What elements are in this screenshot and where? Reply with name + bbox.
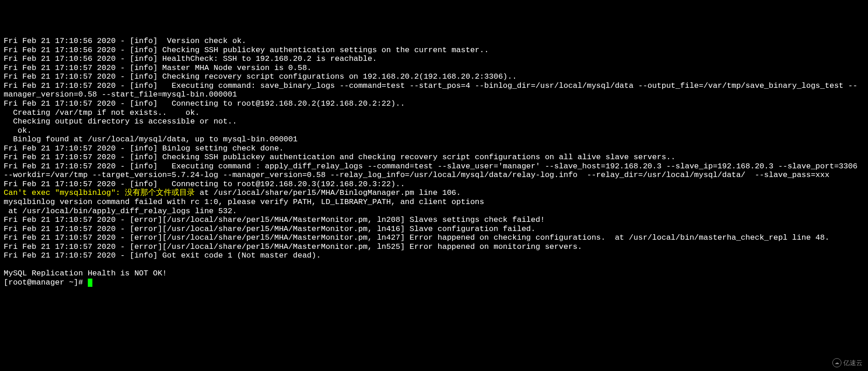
log-line: Creating /var/tmp if not exists.. ok. bbox=[4, 108, 864, 118]
log-line: Fri Feb 21 17:10:57 2020 - [error][/usr/… bbox=[4, 233, 864, 242]
log-line: Checking output directory is accessible … bbox=[4, 117, 864, 126]
log-line: at /usr/local/bin/apply_diff_relay_logs … bbox=[4, 207, 864, 216]
log-line: Fri Feb 21 17:10:57 2020 - [info] Execut… bbox=[4, 81, 864, 99]
log-line: Fri Feb 21 17:10:57 2020 - [info] Got ex… bbox=[4, 251, 864, 260]
log-line: ok. bbox=[4, 126, 864, 135]
log-line: Fri Feb 21 17:10:57 2020 - [info] Master… bbox=[4, 64, 864, 73]
log-line: Fri Feb 21 17:10:57 2020 - [info] Execut… bbox=[4, 162, 864, 180]
error-log-line: Can't exec "mysqlbinlog": 没有那个文件或目录 at /… bbox=[4, 188, 864, 198]
log-line: Fri Feb 21 17:10:57 2020 - [info] Binlog… bbox=[4, 144, 864, 153]
watermark-text: 亿速云 bbox=[843, 359, 863, 366]
log-line: Binlog found at /usr/local/mysql/data, u… bbox=[4, 135, 864, 144]
log-line: Fri Feb 21 17:10:56 2020 - [info] Health… bbox=[4, 54, 864, 64]
log-line: Fri Feb 21 17:10:57 2020 - [info] Checki… bbox=[4, 72, 864, 81]
error-highlight: Can't exec "mysqlbinlog": 没有那个文件或目录 bbox=[4, 188, 195, 197]
log-line: Fri Feb 21 17:10:56 2020 - [info] Checki… bbox=[4, 46, 864, 55]
log-line: Fri Feb 21 17:10:56 2020 - [info] Versio… bbox=[4, 37, 864, 46]
shell-prompt[interactable]: [root@manager ~]# bbox=[4, 278, 864, 287]
log-line: Fri Feb 21 17:10:57 2020 - [info] Connec… bbox=[4, 99, 864, 108]
log-line: Fri Feb 21 17:10:57 2020 - [error][/usr/… bbox=[4, 242, 864, 252]
cloud-icon: ☁ bbox=[832, 358, 841, 367]
prompt-text: [root@manager ~]# bbox=[4, 278, 88, 287]
watermark: ☁ 亿速云 bbox=[832, 358, 863, 367]
terminal-output[interactable]: Fri Feb 21 17:10:56 2020 - [info] Versio… bbox=[4, 37, 864, 287]
log-line: Fri Feb 21 17:10:57 2020 - [error][/usr/… bbox=[4, 225, 864, 234]
cursor bbox=[88, 279, 92, 287]
log-line: Fri Feb 21 17:10:57 2020 - [info] Checki… bbox=[4, 153, 864, 162]
log-line: Fri Feb 21 17:10:57 2020 - [info] Connec… bbox=[4, 180, 864, 189]
log-line: mysqlbinlog version command failed with … bbox=[4, 198, 864, 207]
log-line: Fri Feb 21 17:10:57 2020 - [error][/usr/… bbox=[4, 215, 864, 225]
log-line bbox=[4, 260, 864, 269]
error-location: at /usr/local/share/perl5/MHA/BinlogMana… bbox=[195, 188, 461, 197]
log-line: MySQL Replication Health is NOT OK! bbox=[4, 269, 864, 278]
